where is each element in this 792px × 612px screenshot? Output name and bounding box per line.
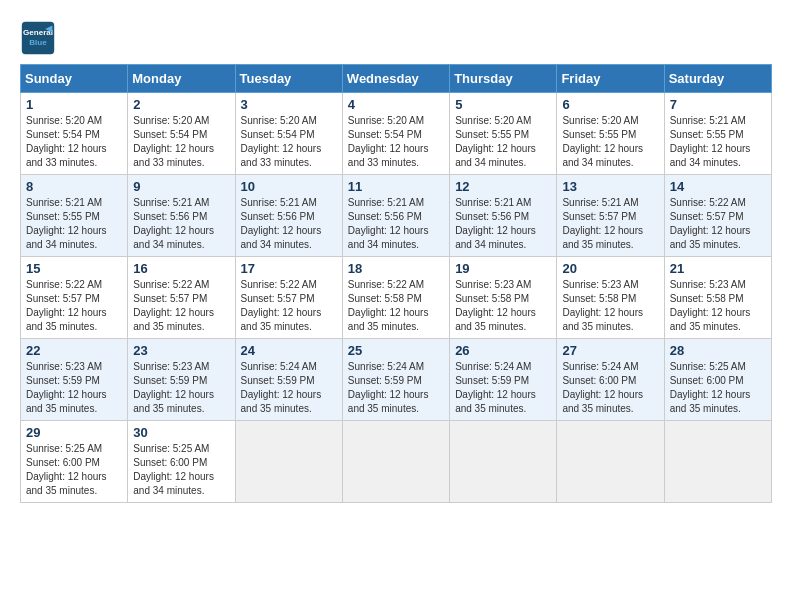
cell-content: Sunrise: 5:22 AMSunset: 5:57 PMDaylight:… [133,278,229,334]
cell-content: Sunrise: 5:20 AMSunset: 5:54 PMDaylight:… [241,114,337,170]
cell-content: Sunrise: 5:25 AMSunset: 6:00 PMDaylight:… [26,442,122,498]
cell-content: Sunrise: 5:20 AMSunset: 5:54 PMDaylight:… [348,114,444,170]
cell-content: Sunrise: 5:20 AMSunset: 5:55 PMDaylight:… [562,114,658,170]
calendar-cell: 9Sunrise: 5:21 AMSunset: 5:56 PMDaylight… [128,175,235,257]
day-number: 21 [670,261,766,276]
calendar-cell: 30Sunrise: 5:25 AMSunset: 6:00 PMDayligh… [128,421,235,503]
cell-content: Sunrise: 5:21 AMSunset: 5:56 PMDaylight:… [348,196,444,252]
header: General Blue [20,20,772,56]
cell-content: Sunrise: 5:21 AMSunset: 5:56 PMDaylight:… [133,196,229,252]
header-row: SundayMondayTuesdayWednesdayThursdayFrid… [21,65,772,93]
cell-content: Sunrise: 5:23 AMSunset: 5:59 PMDaylight:… [133,360,229,416]
calendar-cell: 24Sunrise: 5:24 AMSunset: 5:59 PMDayligh… [235,339,342,421]
calendar-cell: 15Sunrise: 5:22 AMSunset: 5:57 PMDayligh… [21,257,128,339]
day-number: 1 [26,97,122,112]
day-number: 13 [562,179,658,194]
calendar-cell: 4Sunrise: 5:20 AMSunset: 5:54 PMDaylight… [342,93,449,175]
calendar-cell: 13Sunrise: 5:21 AMSunset: 5:57 PMDayligh… [557,175,664,257]
cell-content: Sunrise: 5:23 AMSunset: 5:59 PMDaylight:… [26,360,122,416]
day-header-friday: Friday [557,65,664,93]
calendar-cell: 16Sunrise: 5:22 AMSunset: 5:57 PMDayligh… [128,257,235,339]
logo: General Blue [20,20,56,56]
cell-content: Sunrise: 5:21 AMSunset: 5:57 PMDaylight:… [562,196,658,252]
calendar-cell: 2Sunrise: 5:20 AMSunset: 5:54 PMDaylight… [128,93,235,175]
calendar-cell [450,421,557,503]
calendar-cell [235,421,342,503]
calendar-cell: 14Sunrise: 5:22 AMSunset: 5:57 PMDayligh… [664,175,771,257]
day-number: 2 [133,97,229,112]
day-number: 25 [348,343,444,358]
cell-content: Sunrise: 5:21 AMSunset: 5:55 PMDaylight:… [670,114,766,170]
cell-content: Sunrise: 5:22 AMSunset: 5:58 PMDaylight:… [348,278,444,334]
week-row-5: 29Sunrise: 5:25 AMSunset: 6:00 PMDayligh… [21,421,772,503]
cell-content: Sunrise: 5:20 AMSunset: 5:54 PMDaylight:… [133,114,229,170]
day-header-sunday: Sunday [21,65,128,93]
calendar-cell: 21Sunrise: 5:23 AMSunset: 5:58 PMDayligh… [664,257,771,339]
day-number: 17 [241,261,337,276]
day-header-monday: Monday [128,65,235,93]
calendar-cell: 18Sunrise: 5:22 AMSunset: 5:58 PMDayligh… [342,257,449,339]
svg-text:Blue: Blue [29,38,47,47]
cell-content: Sunrise: 5:22 AMSunset: 5:57 PMDaylight:… [670,196,766,252]
day-number: 22 [26,343,122,358]
day-number: 27 [562,343,658,358]
calendar-cell: 20Sunrise: 5:23 AMSunset: 5:58 PMDayligh… [557,257,664,339]
cell-content: Sunrise: 5:20 AMSunset: 5:55 PMDaylight:… [455,114,551,170]
day-header-thursday: Thursday [450,65,557,93]
week-row-2: 8Sunrise: 5:21 AMSunset: 5:55 PMDaylight… [21,175,772,257]
cell-content: Sunrise: 5:22 AMSunset: 5:57 PMDaylight:… [241,278,337,334]
week-row-3: 15Sunrise: 5:22 AMSunset: 5:57 PMDayligh… [21,257,772,339]
day-header-wednesday: Wednesday [342,65,449,93]
calendar-cell [557,421,664,503]
cell-content: Sunrise: 5:24 AMSunset: 5:59 PMDaylight:… [348,360,444,416]
day-header-tuesday: Tuesday [235,65,342,93]
day-number: 7 [670,97,766,112]
cell-content: Sunrise: 5:24 AMSunset: 5:59 PMDaylight:… [455,360,551,416]
calendar-cell: 17Sunrise: 5:22 AMSunset: 5:57 PMDayligh… [235,257,342,339]
day-number: 6 [562,97,658,112]
calendar-cell: 23Sunrise: 5:23 AMSunset: 5:59 PMDayligh… [128,339,235,421]
cell-content: Sunrise: 5:20 AMSunset: 5:54 PMDaylight:… [26,114,122,170]
day-number: 20 [562,261,658,276]
calendar-cell: 3Sunrise: 5:20 AMSunset: 5:54 PMDaylight… [235,93,342,175]
day-number: 14 [670,179,766,194]
day-header-saturday: Saturday [664,65,771,93]
day-number: 18 [348,261,444,276]
cell-content: Sunrise: 5:21 AMSunset: 5:55 PMDaylight:… [26,196,122,252]
day-number: 8 [26,179,122,194]
calendar-cell: 11Sunrise: 5:21 AMSunset: 5:56 PMDayligh… [342,175,449,257]
day-number: 4 [348,97,444,112]
cell-content: Sunrise: 5:21 AMSunset: 5:56 PMDaylight:… [455,196,551,252]
calendar-table: SundayMondayTuesdayWednesdayThursdayFrid… [20,64,772,503]
day-number: 15 [26,261,122,276]
week-row-1: 1Sunrise: 5:20 AMSunset: 5:54 PMDaylight… [21,93,772,175]
week-row-4: 22Sunrise: 5:23 AMSunset: 5:59 PMDayligh… [21,339,772,421]
calendar-cell: 25Sunrise: 5:24 AMSunset: 5:59 PMDayligh… [342,339,449,421]
cell-content: Sunrise: 5:25 AMSunset: 6:00 PMDaylight:… [133,442,229,498]
day-number: 28 [670,343,766,358]
calendar-cell: 19Sunrise: 5:23 AMSunset: 5:58 PMDayligh… [450,257,557,339]
cell-content: Sunrise: 5:23 AMSunset: 5:58 PMDaylight:… [455,278,551,334]
day-number: 29 [26,425,122,440]
cell-content: Sunrise: 5:21 AMSunset: 5:56 PMDaylight:… [241,196,337,252]
day-number: 30 [133,425,229,440]
day-number: 12 [455,179,551,194]
day-number: 26 [455,343,551,358]
day-number: 23 [133,343,229,358]
calendar-cell: 27Sunrise: 5:24 AMSunset: 6:00 PMDayligh… [557,339,664,421]
calendar-cell: 26Sunrise: 5:24 AMSunset: 5:59 PMDayligh… [450,339,557,421]
calendar-cell [342,421,449,503]
calendar-cell [664,421,771,503]
calendar-cell: 10Sunrise: 5:21 AMSunset: 5:56 PMDayligh… [235,175,342,257]
cell-content: Sunrise: 5:25 AMSunset: 6:00 PMDaylight:… [670,360,766,416]
logo-icon: General Blue [20,20,56,56]
calendar-cell: 6Sunrise: 5:20 AMSunset: 5:55 PMDaylight… [557,93,664,175]
day-number: 3 [241,97,337,112]
day-number: 16 [133,261,229,276]
cell-content: Sunrise: 5:23 AMSunset: 5:58 PMDaylight:… [670,278,766,334]
cell-content: Sunrise: 5:22 AMSunset: 5:57 PMDaylight:… [26,278,122,334]
calendar-cell: 12Sunrise: 5:21 AMSunset: 5:56 PMDayligh… [450,175,557,257]
day-number: 11 [348,179,444,194]
cell-content: Sunrise: 5:24 AMSunset: 6:00 PMDaylight:… [562,360,658,416]
calendar-cell: 28Sunrise: 5:25 AMSunset: 6:00 PMDayligh… [664,339,771,421]
